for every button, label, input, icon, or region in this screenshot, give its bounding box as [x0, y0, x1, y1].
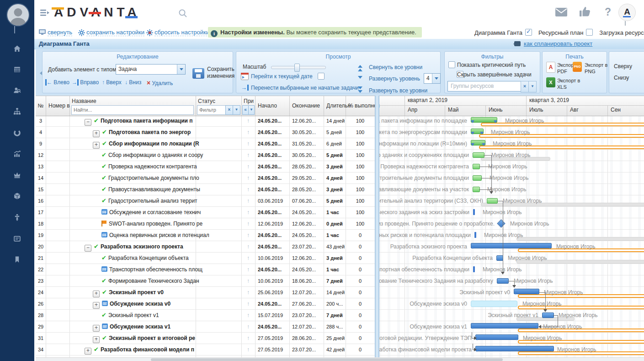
gantt-bar-bsum[interactable]	[514, 289, 539, 294]
milestones-icon[interactable]	[0, 213, 34, 221]
table-row[interactable]: 9+✔Сбор информации по локации (RВ РАБОТЕ…	[36, 138, 644, 150]
table-row[interactable]: 18SWOT-анализ проведен. Принято реВ РАБО…	[36, 218, 644, 230]
priority-cell[interactable]: ↑	[241, 310, 255, 321]
gantt-bar-bsum[interactable]	[471, 323, 538, 329]
bookmark-icon[interactable]	[0, 255, 34, 264]
view-toggle-checkbox[interactable]	[525, 29, 532, 36]
priority-cell[interactable]: ↑	[241, 161, 255, 172]
gantt-bar-gtask[interactable]	[473, 175, 482, 181]
goto-date-checkbox[interactable]	[318, 73, 325, 80]
move-tasks-link[interactable]: Перенести выбранные не начатые задачи	[251, 85, 359, 91]
chevron-down-icon[interactable]: ▼	[233, 105, 240, 115]
col-end[interactable]: Окончание	[292, 96, 320, 116]
element-type-select[interactable]: Задача	[116, 64, 186, 75]
priority-cell[interactable]: ↑	[241, 172, 255, 183]
chevron-down-icon[interactable]: ▼	[248, 105, 255, 115]
priority-cell[interactable]: ↑	[241, 298, 255, 309]
reset-settings-link[interactable]: сбросить настройки	[154, 29, 209, 36]
priority-cell[interactable]: ↑	[241, 207, 255, 218]
table-row[interactable]: 15✔Правоустанавливающие документыВ РАБОТ…	[36, 184, 644, 195]
table-row[interactable]: 23✔Формирование Технического ЗаданВ РАБО…	[36, 275, 644, 287]
view-toggle-checkbox[interactable]	[586, 29, 593, 36]
expand-all-link[interactable]: Развернуть все уровни	[369, 87, 427, 94]
scrollbar-thumb[interactable]	[151, 358, 503, 361]
priority-cell[interactable]: ↑	[241, 344, 255, 355]
priority-cell[interactable]: ↑	[241, 230, 255, 241]
priority-cell[interactable]: ↑	[241, 321, 255, 332]
position-bottom-option[interactable]: Снизу	[614, 75, 629, 81]
task-name-cell[interactable]: +✔Разработка финансовой модели п	[69, 344, 211, 355]
влево-button[interactable]: ← Влево	[45, 79, 69, 86]
move-tasks-icon[interactable]: →	[241, 85, 249, 91]
pie-chart-icon[interactable]	[0, 129, 34, 137]
horizontal-scrollbar[interactable]	[36, 357, 644, 361]
expand-level-link[interactable]: Развернуть уровень	[369, 75, 420, 82]
chevron-down-icon[interactable]: ▼	[528, 81, 537, 92]
filter-prev-icon[interactable]: «	[242, 105, 249, 115]
statistics-icon[interactable]	[0, 150, 34, 158]
gantt-bar-tick[interactable]	[474, 232, 476, 238]
home-icon[interactable]	[0, 44, 34, 53]
priority-cell[interactable]: ↑	[241, 184, 255, 195]
export-xls-button[interactable]: Экспорт вXLS	[557, 77, 580, 90]
gantt-bar-tick[interactable]	[473, 266, 475, 272]
save-settings-icon[interactable]	[78, 29, 85, 38]
task-name-cell[interactable]: −✔Разработка эскизного проекта	[69, 241, 211, 252]
expand-toggle[interactable]: +	[93, 302, 100, 309]
advanta-logo[interactable]: ADVANTA	[54, 5, 140, 20]
pdf-icon[interactable]: A	[546, 62, 555, 73]
scale-slider-thumb[interactable]	[294, 64, 300, 72]
gantt-bar-bsum[interactable]	[475, 346, 554, 351]
position-top-option[interactable]: Сверху	[614, 63, 632, 70]
goto-date-icon[interactable]	[241, 73, 249, 80]
table-row[interactable]: 24+✔Эскизный проект v0В РАБОТЕ↑25.06.201…	[36, 287, 644, 298]
table-row[interactable]: 20−✔Разработка эскизного проектаВ РАБОТЕ…	[36, 241, 644, 253]
priority-cell[interactable]: ↑	[241, 264, 255, 275]
name-filter-input[interactable]	[71, 105, 194, 115]
expand-toggle[interactable]: +	[93, 325, 100, 332]
ribbon-collapse-button[interactable]	[36, 49, 42, 96]
table-row[interactable]: 13✔Проверка надежности контрагентаВ РАБО…	[36, 161, 644, 172]
search-icon[interactable]	[178, 9, 187, 19]
priority-cell[interactable]: ↑	[241, 333, 255, 344]
expand-toggle[interactable]: +	[93, 142, 100, 149]
priority-cell[interactable]: ↑	[241, 275, 255, 286]
crown-icon[interactable]	[0, 171, 34, 179]
menu-icon[interactable]	[40, 9, 50, 18]
вниз-button[interactable]: ↓ Вниз	[125, 79, 141, 86]
collapse-all-icon[interactable]	[358, 63, 363, 70]
status-filter-input[interactable]	[197, 105, 226, 115]
table-row[interactable]: 16✔Градостроительный анализ территВ РАБО…	[36, 195, 644, 207]
how-to-plan-link[interactable]: как спланировать проект	[524, 40, 592, 47]
table-row[interactable]: 22Транспортная обеспеченность площВ РАБО…	[36, 264, 644, 275]
goto-current-date-link[interactable]: Перейти к текущей дате	[251, 73, 313, 80]
priority-cell[interactable]: ↑	[241, 150, 255, 161]
table-row[interactable]: 29+Обсуждение эскиза v1В РАБОТЕ↑24.05.20…	[36, 321, 644, 333]
priority-cell[interactable]: ↑	[241, 287, 255, 298]
gantt-bar-gtask[interactable]	[487, 198, 498, 204]
xls-icon[interactable]: X	[546, 77, 555, 87]
table-row[interactable]: 31+✔Эскизный проект в итоговой реВ РАБОТ…	[36, 333, 644, 344]
news-icon[interactable]	[0, 234, 34, 242]
priority-cell[interactable]: ↑	[241, 138, 255, 149]
table-row[interactable]: 3−✔Подготовка пакета информации пВ РАБОТ…	[36, 115, 644, 127]
priority-cell[interactable]: ↑	[241, 253, 255, 264]
expand-toggle[interactable]: +	[93, 291, 100, 297]
user-avatar[interactable]	[6, 3, 30, 27]
вверх-button[interactable]: ↑ Вверх	[102, 79, 122, 86]
table-row[interactable]: 34+✔Разработка финансовой модели пВ РАБО…	[36, 344, 644, 356]
avatar-chevron-icon[interactable]	[14, 26, 18, 30]
critical-path-checkbox[interactable]	[448, 61, 455, 68]
priority-cell[interactable]: ↑	[241, 195, 255, 206]
gantt-bar-btask[interactable]	[542, 313, 554, 318]
products-icon[interactable]	[0, 192, 34, 200]
expand-level-select[interactable]: 4	[424, 73, 441, 84]
вправо-button[interactable]: → Вправо	[72, 79, 99, 86]
expand-toggle[interactable]: +	[85, 348, 91, 355]
chevron-down-icon[interactable]	[177, 65, 185, 74]
resource-groups-combo[interactable]: Группы ресурсов	[447, 81, 522, 92]
png-icon[interactable]: PNG	[573, 62, 582, 72]
gantt-bar-gsum[interactable]	[471, 140, 485, 145]
table-row[interactable]: 4+✔Подготовка пакета по энергорВ РАБОТЕ↑…	[36, 127, 644, 138]
table-row[interactable]: 12✔Сбор информации о зданиях и сооруВ РА…	[36, 150, 644, 161]
